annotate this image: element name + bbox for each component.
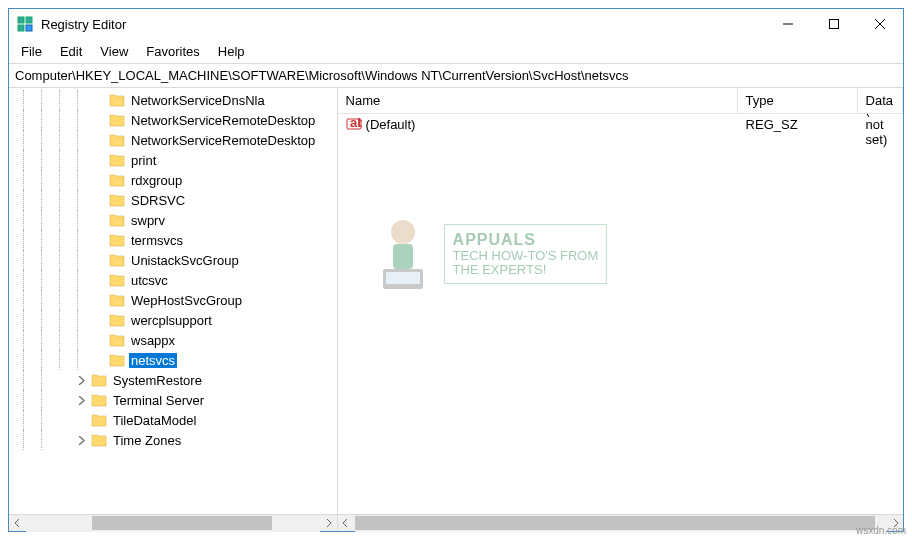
tree-expander-icon[interactable] xyxy=(91,252,107,268)
svg-rect-13 xyxy=(386,272,420,284)
list-horizontal-scrollbar[interactable] xyxy=(338,514,903,531)
list-body[interactable]: ab (Default) REG_SZ (value not set) APPU… xyxy=(338,114,903,514)
tree-item[interactable]: Terminal Server xyxy=(9,390,337,410)
tree-item-label: wsappx xyxy=(129,333,177,348)
tree-item-label: termsvcs xyxy=(129,233,185,248)
tree-item[interactable]: wsappx xyxy=(9,330,337,350)
scrollbar-thumb[interactable] xyxy=(355,516,875,530)
tree-item[interactable]: wercplsupport xyxy=(9,310,337,330)
tree-item[interactable]: utcsvc xyxy=(9,270,337,290)
tree-item-label: NetworkServiceRemoteDesktop xyxy=(129,113,317,128)
tree-item[interactable]: TileDataModel xyxy=(9,410,337,430)
tree-item[interactable]: UnistackSvcGroup xyxy=(9,250,337,270)
folder-icon xyxy=(109,293,125,307)
tree-expander-icon[interactable] xyxy=(91,132,107,148)
tree-item[interactable]: SystemRestore xyxy=(9,370,337,390)
column-type[interactable]: Type xyxy=(738,88,858,113)
tree-item-label: Terminal Server xyxy=(111,393,206,408)
svg-rect-3 xyxy=(26,25,32,31)
folder-icon xyxy=(91,373,107,387)
scroll-right-arrow-icon[interactable] xyxy=(320,515,337,532)
tree-item[interactable]: SDRSVC xyxy=(9,190,337,210)
svg-rect-0 xyxy=(18,17,24,23)
folder-icon xyxy=(91,433,107,447)
tree-item-label: netsvcs xyxy=(129,353,177,368)
tree-item[interactable]: netsvcs xyxy=(9,350,337,370)
tree-item-label: TileDataModel xyxy=(111,413,198,428)
tree-item[interactable]: NetworkServiceRemoteDesktop xyxy=(9,130,337,150)
menu-file[interactable]: File xyxy=(13,42,50,61)
tree-item[interactable]: NetworkServiceRemoteDesktop xyxy=(9,110,337,130)
tree-item[interactable]: rdxgroup xyxy=(9,170,337,190)
tree-item[interactable]: NetworkServiceDnsNla xyxy=(9,90,337,110)
tree-expander-icon[interactable] xyxy=(91,332,107,348)
folder-icon xyxy=(109,153,125,167)
tree-expander-icon[interactable] xyxy=(91,232,107,248)
tree-item-label: SDRSVC xyxy=(129,193,187,208)
tree-expander-icon[interactable] xyxy=(91,212,107,228)
tree-item[interactable]: Time Zones xyxy=(9,430,337,450)
tree-item[interactable]: termsvcs xyxy=(9,230,337,250)
folder-icon xyxy=(109,173,125,187)
folder-icon xyxy=(109,193,125,207)
svg-rect-11 xyxy=(393,244,413,269)
tree-expander-icon[interactable] xyxy=(91,312,107,328)
tree-expander-icon[interactable] xyxy=(91,92,107,108)
menu-help[interactable]: Help xyxy=(210,42,253,61)
folder-icon xyxy=(109,233,125,247)
minimize-button[interactable] xyxy=(765,9,811,39)
tree-item-label: NetworkServiceDnsNla xyxy=(129,93,267,108)
column-data[interactable]: Data xyxy=(858,88,903,113)
scroll-left-arrow-icon[interactable] xyxy=(9,515,26,532)
folder-icon xyxy=(109,273,125,287)
appuals-watermark: APPUALS TECH HOW-TO'S FROM THE EXPERTS! xyxy=(368,214,608,294)
tree-expander-icon[interactable] xyxy=(91,352,107,368)
tree-item-label: NetworkServiceRemoteDesktop xyxy=(129,133,317,148)
menu-edit[interactable]: Edit xyxy=(52,42,90,61)
tree-expander-icon[interactable] xyxy=(73,372,89,388)
tree-item[interactable]: WepHostSvcGroup xyxy=(9,290,337,310)
tree-expander-icon[interactable] xyxy=(91,112,107,128)
scroll-left-arrow-icon[interactable] xyxy=(338,515,355,532)
svg-rect-12 xyxy=(383,269,423,289)
tree-item[interactable]: swprv xyxy=(9,210,337,230)
tree-view[interactable]: NetworkServiceDnsNlaNetworkServiceRemote… xyxy=(9,88,337,514)
string-value-icon: ab xyxy=(346,116,362,132)
content-area: NetworkServiceDnsNlaNetworkServiceRemote… xyxy=(9,88,903,531)
tree-expander-icon[interactable] xyxy=(91,152,107,168)
folder-icon xyxy=(109,133,125,147)
source-caption: wsxdn.com xyxy=(856,525,906,536)
scrollbar-thumb[interactable] xyxy=(92,516,272,530)
close-button[interactable] xyxy=(857,9,903,39)
tree-item-label: Time Zones xyxy=(111,433,183,448)
menu-bar: File Edit View Favorites Help xyxy=(9,39,903,63)
tree-item-label: utcsvc xyxy=(129,273,170,288)
maximize-button[interactable] xyxy=(811,9,857,39)
tree-item-label: swprv xyxy=(129,213,167,228)
tree-expander-icon[interactable] xyxy=(91,192,107,208)
tree-expander-icon[interactable] xyxy=(73,412,89,428)
tree-item[interactable]: print xyxy=(9,150,337,170)
list-item[interactable]: ab (Default) REG_SZ (value not set) xyxy=(338,114,903,134)
value-name: (Default) xyxy=(366,117,416,132)
menu-favorites[interactable]: Favorites xyxy=(138,42,207,61)
tree-expander-icon[interactable] xyxy=(91,272,107,288)
tree-expander-icon[interactable] xyxy=(73,432,89,448)
column-name[interactable]: Name xyxy=(338,88,738,113)
title-bar[interactable]: Registry Editor xyxy=(9,9,903,39)
tree-expander-icon[interactable] xyxy=(91,172,107,188)
regedit-icon xyxy=(17,16,33,32)
tree-horizontal-scrollbar[interactable] xyxy=(9,514,337,531)
scrollbar-track[interactable] xyxy=(26,515,320,532)
folder-icon xyxy=(109,313,125,327)
svg-rect-5 xyxy=(830,20,839,29)
tree-expander-icon[interactable] xyxy=(91,292,107,308)
address-bar[interactable]: Computer\HKEY_LOCAL_MACHINE\SOFTWARE\Mic… xyxy=(9,63,903,88)
tree-expander-icon[interactable] xyxy=(73,392,89,408)
list-pane: Name Type Data ab (Default) REG_SZ (valu… xyxy=(338,88,903,531)
svg-text:ab: ab xyxy=(350,116,362,130)
folder-icon xyxy=(109,253,125,267)
scrollbar-track[interactable] xyxy=(355,515,886,532)
menu-view[interactable]: View xyxy=(92,42,136,61)
svg-rect-2 xyxy=(18,25,24,31)
